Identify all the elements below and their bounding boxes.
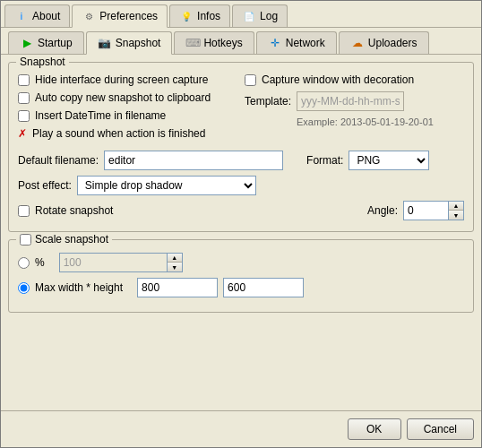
infos-icon: 💡 — [179, 9, 194, 23]
post-effect-label: Post effect: — [18, 179, 72, 192]
hide-interface-label: Hide interface during screen capture — [35, 73, 208, 86]
auto-copy-checkbox[interactable] — [18, 92, 30, 104]
template-label: Template: — [245, 95, 291, 108]
tab-infos-label: Infos — [197, 10, 220, 22]
insert-datetime-label: Insert DateTime in filename — [35, 109, 166, 122]
angle-spin-up[interactable]: ▲ — [449, 202, 463, 211]
percent-spin-up[interactable]: ▲ — [168, 254, 182, 263]
tab-preferences[interactable]: ⚙ Preferences — [72, 4, 168, 28]
scale-percent-radio[interactable] — [18, 257, 30, 269]
angle-spinbox: ▲ ▼ — [403, 201, 464, 220]
top-two-col: Hide interface during screen capture Aut… — [18, 73, 464, 145]
about-icon: i — [14, 9, 29, 23]
rotate-row: Rotate snapshot Angle: ▲ ▼ — [18, 201, 464, 220]
capture-window-checkbox[interactable] — [245, 74, 256, 86]
network-icon: ✛ — [268, 36, 282, 50]
format-select[interactable]: PNG JPG BMP GIF — [349, 151, 428, 169]
tab-hotkeys-label: Hotkeys — [203, 37, 242, 49]
checkbox-capture-window: Capture window with decoration — [245, 73, 464, 86]
scale-snapshot-label: Scale snapshot — [35, 233, 108, 246]
log-icon: 📄 — [242, 9, 256, 23]
scale-maxwidth-radio[interactable] — [18, 282, 30, 294]
checkbox-play-sound: ✗ Play a sound when action is finished — [18, 127, 237, 140]
scale-group: Scale snapshot % ▲ ▼ Max wid — [8, 239, 474, 313]
post-effect-select[interactable]: Simple drop shadow None Reflection — [78, 177, 255, 194]
scale-group-title-container: Scale snapshot — [16, 233, 112, 246]
scale-maxwidth-label: Max width * height — [35, 281, 123, 294]
scale-percent-label: % — [35, 256, 45, 269]
snapshot-group: Snapshot Hide interface during screen ca… — [8, 62, 474, 232]
preferences-icon: ⚙ — [82, 9, 96, 23]
startup-icon: ▶ — [20, 36, 34, 50]
bottom-bar: OK Cancel — [1, 410, 481, 447]
main-window: i About ⚙ Preferences 💡 Infos 📄 Log ▶ St… — [0, 0, 482, 448]
rotate-snapshot-label: Rotate snapshot — [35, 204, 113, 217]
angle-input[interactable] — [403, 201, 448, 220]
radio-percent-row: % ▲ ▼ — [18, 253, 464, 272]
percent-input[interactable] — [59, 253, 167, 272]
snapshot-group-content: Hide interface during screen capture Aut… — [18, 73, 464, 220]
rotate-snapshot-checkbox[interactable] — [18, 205, 30, 217]
auto-copy-label: Auto copy new snapshot to clipboard — [35, 91, 211, 104]
angle-container: Angle: ▲ ▼ — [367, 201, 464, 220]
tab-infos[interactable]: 💡 Infos — [169, 4, 230, 27]
format-dropdown[interactable]: PNG JPG BMP GIF — [349, 151, 429, 170]
tab-about[interactable]: i About — [4, 4, 70, 27]
rotate-checkbox-row: Rotate snapshot — [18, 204, 362, 217]
radio-maxwidth-row: Max width * height — [18, 278, 464, 297]
hide-interface-checkbox[interactable] — [18, 74, 30, 86]
template-input[interactable] — [297, 91, 404, 111]
insert-datetime-checkbox[interactable] — [18, 110, 30, 122]
percent-spin-buttons: ▲ ▼ — [167, 253, 183, 272]
top-tab-bar: i About ⚙ Preferences 💡 Infos 📄 Log — [1, 1, 481, 28]
default-filename-label: Default filename: — [18, 154, 99, 167]
checkbox-hide-interface: Hide interface during screen capture — [18, 73, 237, 86]
play-sound-label: Play a sound when action is finished — [32, 127, 205, 140]
template-row: Template: — [245, 91, 464, 111]
tab-hotkeys[interactable]: ⌨ Hotkeys — [174, 31, 254, 54]
cancel-button[interactable]: Cancel — [407, 418, 474, 440]
ok-button[interactable]: OK — [348, 418, 401, 440]
tab-uploaders-label: Uploaders — [368, 37, 417, 49]
post-effect-row: Post effect: Simple drop shadow None Ref… — [18, 176, 464, 195]
snapshot-icon: 📷 — [98, 36, 112, 50]
percent-spin-down[interactable]: ▼ — [168, 263, 182, 271]
main-content: Snapshot Hide interface during screen ca… — [1, 55, 481, 410]
default-filename-input[interactable] — [104, 151, 283, 170]
tab-network-label: Network — [286, 37, 325, 49]
checkbox-insert-datetime: Insert DateTime in filename — [18, 109, 237, 122]
tab-startup-label: Startup — [38, 37, 73, 49]
scale-snapshot-checkbox[interactable] — [20, 234, 31, 246]
tab-snapshot[interactable]: 📷 Snapshot — [86, 31, 173, 55]
tab-startup[interactable]: ▶ Startup — [8, 31, 84, 54]
default-filename-row: Default filename: Format: PNG JPG BMP GI… — [18, 151, 464, 170]
tab-preferences-label: Preferences — [99, 10, 158, 22]
percent-spinbox: ▲ ▼ — [59, 253, 183, 272]
tab-snapshot-label: Snapshot — [116, 37, 161, 49]
angle-spin-buttons: ▲ ▼ — [448, 201, 464, 220]
format-label: Format: — [306, 154, 343, 167]
capture-window-label: Capture window with decoration — [262, 73, 414, 86]
example-text: Example: 2013-05-01-19-20-01 — [297, 116, 464, 127]
hotkeys-icon: ⌨ — [185, 36, 200, 50]
scale-content: % ▲ ▼ Max width * height — [18, 253, 464, 297]
tab-uploaders[interactable]: ☁ Uploaders — [339, 31, 429, 54]
angle-label: Angle: — [367, 204, 398, 217]
tab-log[interactable]: 📄 Log — [232, 4, 288, 27]
uploaders-icon: ☁ — [350, 36, 365, 50]
left-checkboxes: Hide interface during screen capture Aut… — [18, 73, 237, 145]
snapshot-group-title: Snapshot — [16, 56, 69, 68]
right-options: Capture window with decoration Template:… — [245, 73, 464, 145]
second-tab-bar: ▶ Startup 📷 Snapshot ⌨ Hotkeys ✛ Network… — [1, 28, 481, 55]
play-sound-cross: ✗ — [18, 127, 27, 140]
width-input[interactable] — [137, 278, 218, 297]
tab-about-label: About — [32, 10, 60, 22]
post-effect-dropdown[interactable]: Simple drop shadow None Reflection — [77, 176, 256, 195]
tab-log-label: Log — [260, 10, 278, 22]
height-input[interactable] — [223, 278, 304, 297]
tab-network[interactable]: ✛ Network — [256, 31, 337, 54]
angle-spin-down[interactable]: ▼ — [449, 211, 463, 220]
checkbox-auto-copy: Auto copy new snapshot to clipboard — [18, 91, 237, 104]
